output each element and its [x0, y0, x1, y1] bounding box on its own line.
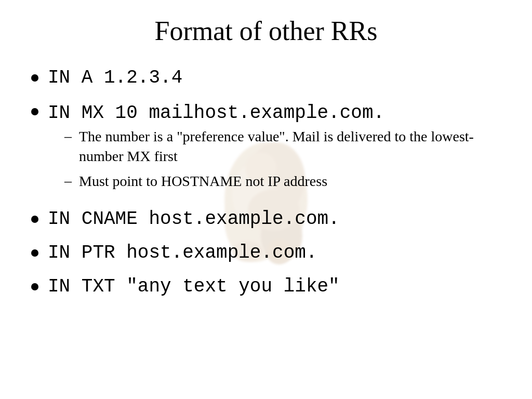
bullet-dot — [31, 216, 38, 223]
bullet-a-text: IN A 1.2.3.4 — [48, 67, 182, 88]
bullet-dot — [31, 283, 38, 290]
bullet-item-txt: IN TXT "any text you like" — [31, 276, 501, 297]
bullet-item-cname: IN CNAME host.example.com. — [31, 208, 501, 230]
bullet-list: IN A 1.2.3.4 IN MX 10 mailhost.example.c… — [31, 67, 501, 297]
bullet-dot — [31, 249, 38, 257]
slide-title: Format of other RRs — [31, 16, 501, 46]
bullet-cname-text: IN CNAME host.example.com. — [48, 208, 340, 230]
bullet-item-a: IN A 1.2.3.4 — [31, 67, 501, 88]
mx-content: IN MX 10 mailhost.example.com. – The num… — [48, 101, 501, 196]
sub-dash: – — [64, 127, 72, 145]
sub-mx-1-text: The number is a "preference value". Mail… — [79, 127, 501, 166]
bullet-dot — [31, 108, 38, 115]
sub-mx-2: – Must point to HOSTNAME not IP address — [64, 171, 501, 191]
bullet-ptr-text: IN PTR host.example.com. — [48, 242, 317, 263]
bullet-item-mx: IN MX 10 mailhost.example.com. – The num… — [31, 101, 501, 196]
bullet-item-ptr: IN PTR host.example.com. — [31, 242, 501, 263]
bullet-txt-text: IN TXT "any text you like" — [48, 276, 340, 297]
sub-dash: – — [64, 171, 72, 190]
bullet-mx-text: IN MX 10 mailhost.example.com. — [48, 102, 384, 124]
sub-mx-2-text: Must point to HOSTNAME not IP address — [79, 171, 327, 191]
sub-mx-1: – The number is a "preference value". Ma… — [64, 127, 501, 166]
bullet-dot — [31, 74, 38, 82]
mx-sublist: – The number is a "preference value". Ma… — [64, 127, 501, 191]
slide-content: Format of other RRs IN A 1.2.3.4 IN MX 1… — [0, 0, 532, 325]
